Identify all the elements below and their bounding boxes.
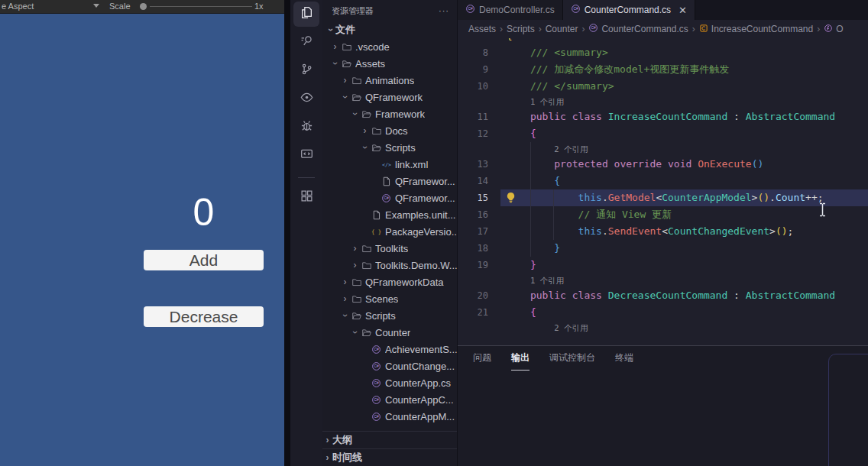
tree-item[interactable]: ›Counter: [322, 324, 457, 341]
tree-item[interactable]: { }PackageVersio...: [322, 223, 457, 240]
unity-game-panel: e Aspect Scale 1x 0 Add Decrease: [0, 0, 284, 466]
panel-tab[interactable]: 输出: [511, 346, 530, 371]
tree-item-label: CountChange...: [385, 361, 455, 372]
breadcrumb-item[interactable]: Scripts: [507, 24, 535, 34]
line-number: 11: [458, 108, 488, 125]
breadcrumb-item[interactable]: IncreaseCountCommand: [699, 24, 813, 35]
decrease-button[interactable]: Decrease: [144, 306, 264, 327]
csharp-icon: C#: [370, 345, 383, 354]
panel-tab[interactable]: 调试控制台: [549, 346, 595, 371]
codelens-reference[interactable]: 2 个引用: [458, 321, 868, 335]
breadcrumb-item[interactable]: O: [824, 24, 843, 35]
activity-item-debug[interactable]: [293, 115, 319, 140]
gutter-spacer: [458, 273, 488, 287]
codelens-reference[interactable]: 1 个引用: [458, 95, 868, 108]
outline-section[interactable]: ›大纲: [322, 431, 457, 448]
tree-item[interactable]: </>link.xml: [322, 156, 457, 173]
editor-tab[interactable]: C#CounterCommand.cs✕: [563, 0, 695, 20]
folder-open-icon: [370, 143, 383, 153]
code-line: 14{: [458, 173, 868, 189]
tree-item[interactable]: ›.vscode: [322, 38, 457, 55]
code-token: [602, 111, 608, 122]
codelens-reference[interactable]: 2 个引用: [458, 142, 868, 156]
tree-item[interactable]: ›Scenes: [322, 290, 457, 307]
workspace-root-label: 文件: [335, 23, 355, 37]
tree-item[interactable]: ›QFrameworkData: [322, 273, 457, 290]
tree-item[interactable]: C#CountChange...: [322, 358, 457, 374]
chevron-icon: ›: [350, 109, 361, 119]
editor-tab[interactable]: C#DemoController.cs: [458, 0, 563, 20]
tree-item-label: Scripts: [365, 310, 396, 322]
code-token: DecreaseCountCommand: [608, 290, 728, 301]
tree-item[interactable]: QFramewor...: [322, 173, 457, 189]
scale-slider-track[interactable]: [150, 6, 252, 7]
chevron-down-icon[interactable]: [93, 4, 99, 8]
tree-item[interactable]: C#CounterAppC...: [322, 391, 457, 408]
gutter-spacer: [458, 95, 488, 108]
panel-tab[interactable]: 终端: [615, 346, 633, 371]
tree-item[interactable]: C#CounterAppM...: [322, 408, 457, 425]
activity-item-search[interactable]: [293, 30, 319, 55]
panel-tab-bar: 问题输出调试控制台终端: [458, 346, 868, 371]
csharp-icon: C#: [370, 378, 383, 388]
activity-item-source-control[interactable]: [293, 58, 319, 83]
tree-item[interactable]: ›Assets: [322, 55, 457, 72]
tree-item[interactable]: ›Framework: [322, 105, 457, 122]
tree-item[interactable]: ›Toolkits: [322, 240, 457, 257]
quick-fix-lightbulb-icon[interactable]: [505, 192, 517, 205]
tree-item[interactable]: C#AchievementS...: [322, 341, 457, 358]
add-button[interactable]: Add: [144, 250, 264, 270]
tree-item[interactable]: ›Animations: [322, 72, 457, 89]
tree-item[interactable]: C#CounterApp.cs: [322, 374, 457, 391]
activity-item-extensions-grid[interactable]: [293, 185, 319, 210]
aspect-dropdown[interactable]: e Aspect: [2, 2, 34, 11]
folder-icon: [350, 76, 363, 86]
breadcrumb: Assets›Scripts›Counter›C#CounterCommand.…: [458, 20, 868, 38]
tree-item-label: Counter: [375, 327, 410, 338]
tree-item[interactable]: Examples.unit...: [322, 206, 457, 223]
code-line-content: {: [494, 304, 536, 321]
code-token: [566, 111, 572, 122]
activity-bar-divider: [298, 177, 315, 178]
editor-tab-bar: C#DemoController.csC#CounterCommand.cs✕: [458, 0, 868, 20]
tree-item[interactable]: ›Toolkits.Demo.W...: [322, 257, 457, 273]
chevron-icon: ›: [326, 25, 336, 35]
tree-item[interactable]: ›Docs: [322, 122, 457, 139]
chevron-icon: ›: [340, 293, 350, 304]
widget-corner-outline: [828, 354, 868, 466]
unity-game-toolbar: e Aspect Scale 1x: [0, 0, 284, 14]
more-actions-icon[interactable]: ···: [439, 6, 449, 15]
tree-item[interactable]: ›QFramework: [322, 89, 457, 105]
activity-item-explorer[interactable]: [293, 2, 319, 27]
svg-text:C#: C#: [573, 7, 578, 11]
file-tree: ›.vscode›Assets›Animations›QFramework›Fr…: [322, 38, 457, 431]
code-line-content: protected override void OnExecute(): [494, 156, 763, 173]
line-number: 20: [458, 287, 488, 304]
chevron-icon: ›: [322, 435, 332, 445]
tree-item[interactable]: ›Scripts: [322, 139, 457, 156]
breadcrumb-item[interactable]: C#CounterCommand.cs: [588, 23, 688, 35]
breadcrumb-item[interactable]: Assets: [468, 24, 496, 34]
code-editor[interactable]: {8/// <summary>9/// 加减命令修改model+视图更新事件触发…: [458, 38, 868, 345]
breadcrumb-item[interactable]: Counter: [546, 24, 578, 34]
workspace-root-folder[interactable]: › 文件: [322, 21, 457, 38]
unity-game-view: 0 Add Decrease: [0, 14, 284, 466]
activity-item-watch[interactable]: [293, 86, 319, 112]
activity-item-live-preview[interactable]: [293, 143, 319, 168]
code-token: /// <summary>: [530, 47, 608, 58]
breadcrumb-separator-icon: ›: [581, 24, 585, 34]
editor-group: C#DemoController.csC#CounterCommand.cs✕ …: [458, 0, 868, 466]
close-icon[interactable]: ✕: [679, 5, 687, 15]
csharp-symbol-icon: C#: [588, 23, 598, 35]
explorer-sidebar: 资源管理器 ··· › 文件 ›.vscode›Assets›Animation…: [322, 0, 458, 466]
timeline-section[interactable]: ›时间线: [322, 448, 457, 466]
codelens-reference[interactable]: 1 个引用: [458, 273, 868, 287]
screen-code-icon: [300, 147, 313, 163]
breadcrumb-separator-icon: ›: [692, 24, 695, 34]
panel-tab[interactable]: 问题: [473, 346, 491, 371]
code-line: 19}: [458, 257, 868, 273]
tree-item[interactable]: C#QFramewor...: [322, 189, 457, 206]
scale-slider-knob[interactable]: [140, 3, 147, 10]
tree-item[interactable]: ›Scripts: [322, 307, 457, 324]
tree-item-label: QFramewor...: [395, 176, 455, 187]
